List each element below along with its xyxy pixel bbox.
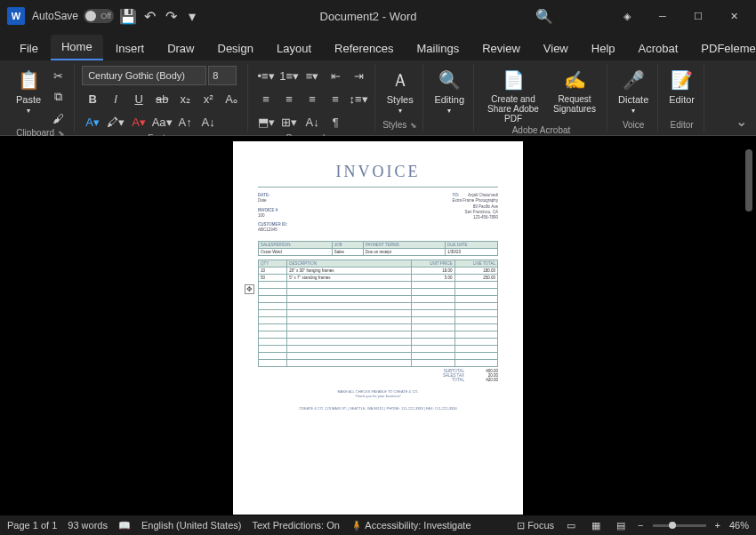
paste-button[interactable]: 📋 Paste ▾	[12, 66, 44, 116]
zoom-in-button[interactable]: +	[715, 520, 720, 531]
table-row: 505" x 7" standing frames5.00250.00	[259, 274, 498, 281]
tab-layout[interactable]: Layout	[266, 36, 322, 60]
signature-icon: ✍	[562, 68, 587, 92]
read-mode-icon[interactable]: ▭	[563, 518, 579, 532]
web-layout-icon[interactable]: ▤	[613, 518, 629, 532]
line-spacing-button[interactable]: ↕≡▾	[348, 89, 369, 108]
numbering-button[interactable]: 1≡▾	[278, 66, 300, 85]
create-share-pdf-button[interactable]: 📄 Create and Share Adobe PDF	[481, 66, 545, 125]
tab-insert[interactable]: Insert	[105, 36, 156, 60]
clipboard-icon: 📋	[16, 68, 41, 92]
vertical-scrollbar[interactable]	[745, 140, 754, 514]
scroll-thumb[interactable]	[745, 149, 752, 212]
strikethrough-button[interactable]: ab	[151, 89, 173, 108]
sort-button[interactable]: A↓	[302, 112, 323, 132]
table-move-handle[interactable]: ✥	[245, 284, 254, 294]
group-voice: 🎤 Dictate ▾ Voice	[609, 64, 658, 132]
justify-button[interactable]: ≡	[325, 89, 346, 108]
search-icon[interactable]: 🔍	[537, 9, 551, 23]
show-marks-button[interactable]: ¶	[325, 112, 346, 132]
minimize-button[interactable]: ─	[647, 4, 678, 28]
table-row: Oscar Ward Sales Due on receipt 1/30/23	[259, 248, 498, 255]
borders-button[interactable]: ⊞▾	[278, 112, 300, 132]
editor-button[interactable]: 📝 Editor	[665, 66, 698, 107]
tab-design[interactable]: Design	[207, 36, 264, 60]
tab-draw[interactable]: Draw	[157, 36, 205, 60]
styles-button[interactable]: Ａ Styles ▾	[382, 66, 417, 116]
tab-home[interactable]: Home	[51, 35, 103, 60]
collapse-ribbon-icon[interactable]: ⌄	[736, 113, 747, 130]
tab-file[interactable]: File	[9, 36, 49, 60]
chevron-down-icon: ▾	[447, 107, 451, 115]
group-acrobat: 📄 Create and Share Adobe PDF ✍ Request S…	[476, 64, 607, 132]
tab-review[interactable]: Review	[471, 36, 531, 60]
launcher-icon[interactable]: ⬊	[410, 121, 417, 130]
zoom-level[interactable]: 46%	[729, 520, 749, 531]
text-effects-button[interactable]: A▾	[82, 112, 103, 132]
autosave-label: AutoSave	[32, 10, 78, 22]
increase-indent-button[interactable]: ⇥	[348, 66, 369, 85]
tab-pdfelement[interactable]: PDFelement	[690, 36, 756, 60]
invoice-title: INVOICE	[258, 163, 498, 181]
shading-button[interactable]: ⬒▾	[255, 112, 277, 132]
save-icon[interactable]: 💾	[121, 9, 135, 23]
tab-help[interactable]: Help	[581, 36, 626, 60]
clear-format-button[interactable]: Aₒ	[221, 89, 242, 108]
underline-button[interactable]: U	[128, 89, 149, 108]
zoom-out-button[interactable]: −	[638, 520, 643, 531]
font-size-input[interactable]	[208, 66, 237, 85]
highlight-button[interactable]: 🖍▾	[105, 112, 126, 132]
language-indicator[interactable]: English (United States)	[141, 520, 242, 531]
styles-icon: Ａ	[388, 68, 413, 92]
superscript-button[interactable]: x²	[197, 89, 219, 108]
close-button[interactable]: ✕	[719, 4, 749, 28]
bullets-button[interactable]: •≡▾	[255, 66, 277, 85]
page[interactable]: INVOICE DATE: Date INVOICE # 100 CUSTOME…	[233, 141, 523, 515]
diamond-icon[interactable]: ◈	[612, 4, 642, 28]
align-right-button[interactable]: ≡	[302, 89, 323, 108]
tab-acrobat[interactable]: Acrobat	[628, 36, 689, 60]
tab-mailings[interactable]: Mailings	[406, 36, 470, 60]
word-count[interactable]: 93 words	[68, 520, 108, 531]
invoice-info-table: SALESPERSON JOB PAYMENT TERMS DUE DATE O…	[258, 241, 498, 256]
spell-check-icon[interactable]: 📖	[118, 520, 131, 531]
document-title: Document2 - Word	[206, 10, 530, 23]
ribbon: 📋 Paste ▾ ✂ ⧉ 🖌 Clipboard⬊ B I U ab x	[0, 60, 756, 136]
ribbon-tabs: File Home Insert Draw Design Layout Refe…	[0, 32, 756, 60]
print-layout-icon[interactable]: ▦	[588, 518, 604, 532]
focus-button[interactable]: ⊡ Focus	[517, 520, 554, 531]
change-case-button[interactable]: Aa▾	[151, 112, 173, 132]
group-paragraph: •≡▾ 1≡▾ ≡▾ ⇤ ⇥ ≡ ≡ ≡ ≡ ↕≡▾ ⬒▾ ⊞▾ A↓ ¶ Pa…	[250, 64, 375, 132]
document-area[interactable]: INVOICE DATE: Date INVOICE # 100 CUSTOME…	[0, 136, 756, 515]
subscript-button[interactable]: x₂	[174, 89, 196, 108]
zoom-slider[interactable]	[653, 524, 706, 527]
shrink-font-button[interactable]: A↓	[197, 112, 219, 132]
font-color-button[interactable]: A▾	[128, 112, 149, 132]
autosave-toggle[interactable]: AutoSave Off	[32, 9, 114, 23]
decrease-indent-button[interactable]: ⇤	[325, 66, 346, 85]
bold-button[interactable]: B	[82, 89, 103, 108]
tab-view[interactable]: View	[533, 36, 579, 60]
undo-icon[interactable]: ↶	[142, 9, 157, 23]
qat-dropdown-icon[interactable]: ▾	[185, 9, 199, 23]
tab-references[interactable]: References	[324, 36, 404, 60]
redo-icon[interactable]: ↷	[164, 9, 178, 23]
cut-icon[interactable]: ✂	[47, 66, 68, 85]
dictate-button[interactable]: 🎤 Dictate ▾	[615, 66, 652, 116]
accessibility-indicator[interactable]: 🧍 Accessibility: Investigate	[350, 520, 471, 531]
toggle-switch[interactable]: Off	[84, 9, 114, 23]
align-center-button[interactable]: ≡	[278, 89, 300, 108]
grow-font-button[interactable]: A↑	[174, 112, 196, 132]
request-signatures-button[interactable]: ✍ Request Signatures	[548, 66, 601, 116]
format-painter-icon[interactable]: 🖌	[47, 108, 68, 128]
italic-button[interactable]: I	[105, 89, 126, 108]
maximize-button[interactable]: ☐	[683, 4, 713, 28]
multilevel-button[interactable]: ≡▾	[302, 66, 323, 85]
font-name-input[interactable]	[82, 66, 206, 85]
text-predictions[interactable]: Text Predictions: On	[252, 520, 339, 531]
page-indicator[interactable]: Page 1 of 1	[7, 520, 57, 531]
copy-icon[interactable]: ⧉	[47, 87, 68, 107]
editing-button[interactable]: 🔍 Editing ▾	[430, 66, 468, 116]
group-clipboard: 📋 Paste ▾ ✂ ⧉ 🖌 Clipboard⬊	[7, 64, 75, 132]
align-left-button[interactable]: ≡	[255, 89, 277, 108]
